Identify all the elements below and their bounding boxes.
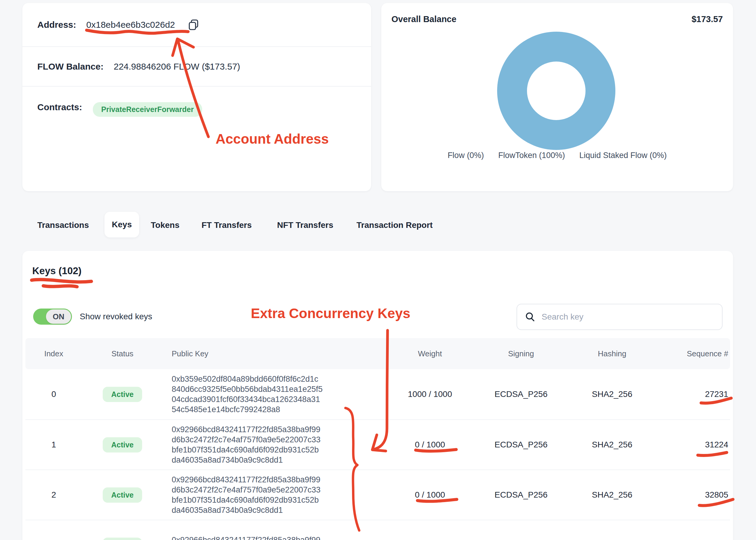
contracts-row: Contracts: PrivateReceiverForwarder [22, 86, 371, 191]
key-index: 2 [25, 490, 82, 500]
key-status-cell: Active [82, 437, 163, 453]
public-key-value: 0xb359e502df804a89bdd660f0f8f6c2d1c840d6… [163, 374, 397, 415]
search-icon [525, 312, 536, 322]
status-badge: Active [103, 487, 142, 503]
address-value: 0x18eb4ee6b3c026d2 [86, 20, 175, 30]
tab-nft-transfers[interactable]: NFT Transfers [277, 220, 333, 230]
key-index: 0 [25, 389, 82, 399]
column-header-status: Status [82, 349, 163, 358]
key-status-cell: Active [82, 487, 163, 503]
copy-icon [187, 19, 199, 31]
show-revoked-keys-toggle[interactable]: ON [33, 309, 72, 325]
keys-table: IndexStatusPublic KeyWeightSigningHashin… [25, 338, 730, 540]
flow-balance-row: FLOW Balance: 224.98846206 FLOW ($173.57… [22, 46, 371, 86]
legend-item-liquid-staked: Liquid Staked Flow (0%) [579, 151, 667, 160]
key-signing-algo: ECDSA_P256 [463, 440, 579, 450]
toggle-label: Show revoked keys [80, 312, 152, 321]
tab-transaction-report[interactable]: Transaction Report [357, 220, 433, 230]
key-status-cell: Active [82, 538, 163, 540]
key-status-cell: Active [82, 387, 163, 402]
account-summary-card: Address: 0x18eb4ee6b3c026d2 FLOW Balance… [22, 3, 371, 191]
keys-table-header: IndexStatusPublic KeyWeightSigningHashin… [25, 338, 730, 369]
table-row: 1 Active 0x92966bcd843241177f22fd85a38ba… [25, 419, 730, 470]
key-hashing-algo: SHA2_256 [579, 490, 645, 500]
status-badge: Active [103, 538, 142, 540]
key-weight: 0 / 1000 [397, 490, 463, 500]
flow-balance-value: 224.98846206 FLOW ($173.57) [114, 62, 240, 72]
keys-table-body: 0 Active 0xb359e502df804a89bdd660f0f8f6c… [25, 369, 730, 540]
column-header-signing: Signing [463, 349, 579, 358]
key-index: 1 [25, 440, 82, 450]
key-search-box[interactable] [516, 304, 722, 330]
donut-hole [527, 62, 586, 120]
key-sequence-number: 27231 [645, 389, 730, 399]
overall-balance-card: Overall Balance $173.57 Flow (0%) FlowTo… [381, 3, 733, 191]
tab-transactions[interactable]: Transactions [37, 220, 89, 230]
table-row: 2 Active 0x92966bcd843241177f22fd85a38ba… [25, 470, 730, 520]
contracts-label: Contracts: [37, 102, 82, 112]
contract-badge[interactable]: PrivateReceiverForwarder [93, 102, 202, 117]
key-sequence-number: 32805 [645, 490, 730, 500]
tab-keys-label: Keys [112, 220, 132, 229]
address-row: Address: 0x18eb4ee6b3c026d2 [22, 3, 371, 46]
key-signing-algo: ECDSA_P256 [463, 490, 579, 500]
toggle-knob: ON [46, 310, 71, 324]
balance-header: Overall Balance $173.57 [391, 14, 723, 24]
column-header-public-key: Public Key [163, 349, 397, 358]
column-header-sequence-: Sequence # [645, 349, 730, 358]
legend-item-flow: Flow (0%) [448, 151, 484, 160]
address-label: Address: [37, 20, 76, 30]
key-signing-algo: ECDSA_P256 [463, 389, 579, 399]
tab-tokens[interactable]: Tokens [151, 220, 179, 230]
status-badge: Active [103, 387, 142, 402]
balance-donut-chart [497, 32, 615, 150]
key-sequence-number: 31224 [645, 440, 730, 450]
donut-legend: Flow (0%) FlowToken (100%) Liquid Staked… [381, 151, 733, 160]
key-weight: 0 / 1000 [397, 440, 463, 450]
tab-ft-transfers[interactable]: FT Transfers [201, 220, 252, 230]
page: { "account_card": { "address_label": "Ad… [0, 0, 756, 540]
copy-address-button[interactable] [187, 18, 200, 31]
public-key-value: 0x92966bcd843241177f22fd85a38ba9f99d6b3c… [163, 535, 397, 540]
keys-panel: Keys (102) ON Show revoked keys IndexSta… [22, 251, 733, 540]
key-hashing-algo: SHA2_256 [579, 440, 645, 450]
status-badge: Active [103, 437, 142, 453]
key-weight: 1000 / 1000 [397, 389, 463, 399]
tab-keys[interactable]: Keys [104, 212, 139, 237]
table-row: 3 Active 0x92966bcd843241177f22fd85a38ba… [25, 520, 730, 540]
balance-title: Overall Balance [391, 14, 457, 24]
revoked-keys-toggle-row: ON Show revoked keys [33, 309, 152, 325]
keys-section-title: Keys (102) [32, 265, 81, 277]
column-header-weight: Weight [397, 349, 463, 358]
column-header-hashing: Hashing [579, 349, 645, 358]
key-search-input[interactable] [542, 312, 714, 322]
balance-amount: $173.57 [692, 14, 723, 24]
key-hashing-algo: SHA2_256 [579, 389, 645, 399]
flow-balance-label: FLOW Balance: [37, 62, 104, 72]
column-header-index: Index [25, 349, 82, 358]
public-key-value: 0x92966bcd843241177f22fd85a38ba9f99d6b3c… [163, 424, 397, 465]
public-key-value: 0x92966bcd843241177f22fd85a38ba9f99d6b3c… [163, 474, 397, 515]
table-row: 0 Active 0xb359e502df804a89bdd660f0f8f6c… [25, 369, 730, 419]
legend-item-flowtoken: FlowToken (100%) [498, 151, 565, 160]
